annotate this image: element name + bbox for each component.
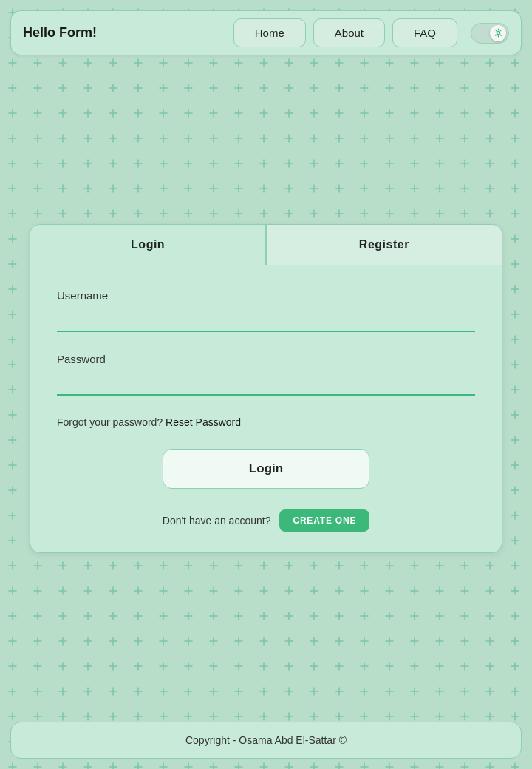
forgot-text: Forgot your password?: [57, 416, 163, 428]
form-card: Login Register Username Password F: [30, 224, 502, 553]
create-account-row: Don't have an account? Create One: [57, 509, 475, 532]
svg-line-12: [500, 30, 501, 31]
no-account-text: Don't have an account?: [163, 515, 271, 526]
nav-about-button[interactable]: About: [313, 18, 385, 47]
nav-faq-button[interactable]: FAQ: [392, 18, 457, 47]
tab-login[interactable]: Login: [30, 225, 265, 265]
nav-home-button[interactable]: Home: [233, 18, 306, 47]
tab-register[interactable]: Register: [267, 225, 502, 265]
password-label: Password: [57, 353, 475, 365]
form-body: Username Password Forgot your password? …: [30, 265, 502, 552]
toggle-thumb: [490, 25, 506, 41]
password-input[interactable]: [57, 373, 475, 396]
theme-toggle[interactable]: [471, 23, 509, 44]
username-label: Username: [57, 289, 475, 302]
toggle-track[interactable]: [471, 23, 509, 44]
main-content: Login Register Username Password F: [0, 55, 532, 722]
password-field-group: Password: [57, 353, 475, 396]
svg-line-11: [495, 35, 496, 35]
svg-line-10: [500, 35, 501, 35]
forgot-password-row: Forgot your password? Reset Password: [57, 416, 475, 428]
reset-password-link[interactable]: Reset Password: [166, 416, 241, 428]
brand-title: Hello Form!: [23, 25, 97, 41]
svg-line-9: [495, 30, 496, 31]
tabs-row: Login Register: [30, 225, 502, 265]
username-field-group: Username: [57, 289, 475, 332]
footer: Copyright - Osama Abd El-Sattar ©: [10, 722, 522, 759]
navbar: Hello Form! Home About FAQ: [10, 10, 522, 55]
svg-point-4: [497, 31, 499, 34]
username-input[interactable]: [57, 309, 475, 332]
footer-text: Copyright - Osama Abd El-Sattar ©: [185, 734, 347, 746]
login-button[interactable]: Login: [163, 449, 369, 489]
create-one-button[interactable]: Create One: [279, 509, 369, 532]
